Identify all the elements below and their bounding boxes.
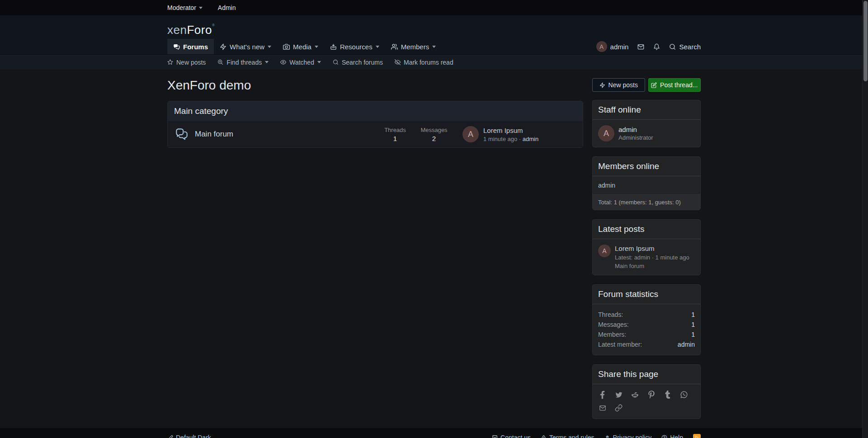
search-button[interactable]: Search bbox=[669, 43, 701, 51]
post-thread-button[interactable]: Post thread... bbox=[648, 78, 701, 92]
search-icon bbox=[333, 59, 339, 65]
alerts-button[interactable] bbox=[653, 43, 660, 50]
subnav-new-posts[interactable]: New posts bbox=[167, 59, 206, 66]
registered-mark: ® bbox=[212, 23, 215, 27]
twitter-icon[interactable] bbox=[614, 391, 623, 399]
forum-row: Main forum Threads 1 Messages 2 A bbox=[168, 121, 583, 147]
forum-link[interactable]: Main forum bbox=[195, 130, 373, 139]
rss-icon[interactable] bbox=[693, 434, 701, 438]
warning-icon bbox=[541, 435, 547, 438]
inbox-button[interactable] bbox=[637, 43, 644, 50]
latest-post-forum[interactable]: Main forum bbox=[615, 263, 644, 269]
page-title: XenForo demo bbox=[167, 78, 583, 93]
pinterest-icon[interactable] bbox=[647, 391, 656, 399]
scrollbar bbox=[862, 0, 868, 438]
envelope-icon bbox=[637, 43, 644, 50]
help-link[interactable]: Help bbox=[661, 434, 683, 438]
staff-role: Administrator bbox=[618, 134, 653, 141]
tumblr-icon[interactable] bbox=[663, 391, 672, 399]
block-title: Staff online bbox=[593, 100, 700, 120]
subnav-watched[interactable]: Watched bbox=[280, 59, 321, 66]
block-title: Share this page bbox=[593, 365, 700, 384]
subnav-find-threads[interactable]: Find threads bbox=[217, 59, 269, 66]
star-icon bbox=[167, 59, 173, 65]
new-posts-button[interactable]: New posts bbox=[592, 78, 645, 92]
category-title: Main category bbox=[168, 101, 583, 121]
users-icon bbox=[391, 43, 398, 50]
moderator-menu[interactable]: Moderator bbox=[167, 4, 203, 11]
avatar[interactable]: A bbox=[462, 126, 479, 142]
staff-bar: Moderator Admin bbox=[0, 0, 868, 15]
last-post-title[interactable]: Lorem Ipsum bbox=[483, 127, 523, 134]
messages-count: Messages 2 bbox=[417, 127, 451, 142]
terms-link[interactable]: Terms and rules bbox=[541, 434, 594, 438]
nav-tab-forums[interactable]: Forums bbox=[167, 39, 214, 54]
username: admin bbox=[610, 43, 629, 51]
avatar: A bbox=[596, 41, 607, 52]
user-secret-icon bbox=[604, 435, 610, 438]
sub-nav: New posts Find threads Watched Search fo… bbox=[0, 54, 868, 69]
block-title: Latest posts bbox=[593, 220, 700, 239]
share-block: Share this page bbox=[592, 364, 701, 419]
header: xenForo® Forums What's new Media bbox=[0, 15, 868, 54]
nav-tab-whats-new[interactable]: What's new bbox=[214, 39, 277, 54]
stat-row: Messages: 1 bbox=[598, 320, 695, 330]
contact-us-link[interactable]: Contact us bbox=[492, 434, 531, 438]
avatar[interactable]: A bbox=[598, 125, 614, 141]
box-download-icon bbox=[330, 43, 337, 50]
chevron-down-icon bbox=[432, 46, 436, 48]
latest-post-title[interactable]: Lorem Ipsum bbox=[615, 245, 655, 252]
staff-name-link[interactable]: admin bbox=[618, 126, 637, 133]
members-online-block: Members online admin Total: 1 (members: … bbox=[592, 156, 701, 210]
latest-member-link[interactable]: admin bbox=[678, 341, 695, 348]
style-chooser[interactable]: Default Dark bbox=[167, 434, 211, 438]
email-icon[interactable] bbox=[598, 404, 607, 412]
camera-icon bbox=[283, 43, 290, 50]
latest-post-item: A Lorem Ipsum Latest: admin · 1 minute a… bbox=[598, 245, 695, 269]
nav-tab-resources[interactable]: Resources bbox=[324, 39, 385, 54]
nav-tab-media[interactable]: Media bbox=[277, 39, 324, 54]
page-root: Moderator Admin xenForo® Forums bbox=[0, 0, 868, 438]
chevron-down-icon bbox=[376, 46, 379, 48]
edit-icon bbox=[651, 82, 657, 88]
latest-post-meta: Latest: admin · 1 minute ago bbox=[615, 254, 689, 262]
bolt-icon bbox=[220, 43, 226, 50]
category-block: Main category Main forum Threads 1 Messa… bbox=[167, 101, 583, 148]
chevron-down-icon bbox=[268, 46, 271, 48]
nav-tab-members[interactable]: Members bbox=[385, 39, 442, 54]
last-post: A Lorem Ipsum 1 minute ago · admin bbox=[462, 126, 576, 142]
last-post-author[interactable]: admin bbox=[523, 136, 538, 142]
block-title: Members online bbox=[593, 157, 700, 176]
chevron-down-icon bbox=[199, 7, 203, 9]
latest-posts-block: Latest posts A Lorem Ipsum Latest: admin… bbox=[592, 219, 701, 275]
privacy-link[interactable]: Privacy policy bbox=[604, 434, 652, 438]
stat-row: Latest member: admin bbox=[598, 339, 695, 349]
eye-icon bbox=[280, 59, 286, 65]
account-menu[interactable]: A admin bbox=[596, 41, 629, 52]
facebook-icon[interactable] bbox=[598, 391, 607, 399]
chevron-down-icon bbox=[315, 46, 318, 48]
subnav-mark-forums-read[interactable]: Mark forums read bbox=[395, 59, 453, 66]
reddit-icon[interactable] bbox=[631, 391, 639, 399]
scrollbar-thumb[interactable] bbox=[863, 1, 868, 81]
subnav-search-forums[interactable]: Search forums bbox=[333, 59, 383, 66]
whatsapp-icon[interactable] bbox=[679, 391, 688, 399]
stat-row: Threads: 1 bbox=[598, 310, 695, 320]
staff-user: A admin Administrator bbox=[598, 125, 695, 141]
xenforo-logo[interactable]: xenForo® bbox=[167, 23, 215, 37]
envelope-square-icon bbox=[492, 435, 498, 438]
footer: Default Dark Contact us Terms and rules … bbox=[0, 428, 868, 438]
eye-slash-icon bbox=[395, 59, 401, 65]
bolt-icon bbox=[599, 82, 605, 88]
online-total: Total: 1 (members: 1, guests: 0) bbox=[593, 194, 700, 210]
link-icon[interactable] bbox=[614, 404, 623, 412]
moderator-label: Moderator bbox=[167, 4, 196, 11]
forum-statistics-block: Forum statistics Threads: 1 Messages: 1 … bbox=[592, 284, 701, 355]
main-content: XenForo demo Main category Main forum Th… bbox=[0, 69, 868, 428]
main-nav: Forums What's new Media Resources bbox=[167, 39, 701, 54]
admin-link[interactable]: Admin bbox=[218, 4, 236, 11]
avatar[interactable]: A bbox=[598, 245, 611, 257]
staff-online-block: Staff online A admin Administrator bbox=[592, 100, 701, 147]
online-member-link[interactable]: admin bbox=[598, 182, 615, 189]
bell-icon bbox=[653, 43, 660, 50]
